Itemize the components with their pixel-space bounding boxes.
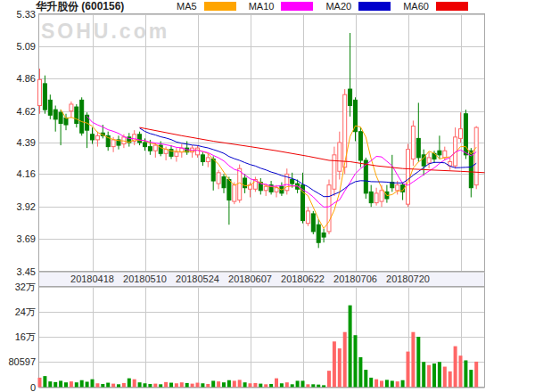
volume-bar <box>432 363 436 387</box>
volume-bar <box>185 383 189 388</box>
volume-bar <box>122 383 126 388</box>
svg-text:4.39: 4.39 <box>17 137 36 148</box>
volume-bar <box>349 306 352 388</box>
volume-bar <box>317 385 320 388</box>
svg-text:5.33: 5.33 <box>17 9 36 20</box>
volume-bar <box>159 384 162 387</box>
volume-bar <box>211 380 215 387</box>
volume-bar <box>396 381 399 387</box>
volume-bar <box>86 381 89 387</box>
volume-bar <box>191 384 194 388</box>
volume-bar <box>106 383 110 388</box>
volume-bar <box>301 380 305 387</box>
volume-bar <box>407 352 410 388</box>
volume-bar <box>374 380 378 388</box>
svg-text:20180510: 20180510 <box>123 274 167 284</box>
volume-bar <box>64 382 68 387</box>
svg-text:20180720: 20180720 <box>386 274 430 284</box>
volume-bar <box>364 370 367 387</box>
stock-chart-widget: 华升股份 (600156) MA5MA10MA20MA60 SOHU.com 5… <box>0 0 535 392</box>
svg-text:3.92: 3.92 <box>17 201 36 212</box>
svg-text:32万: 32万 <box>15 282 36 292</box>
volume-bar <box>358 357 362 388</box>
volume-bar <box>385 380 389 387</box>
svg-text:4.16: 4.16 <box>17 168 36 179</box>
volume-bar <box>95 383 99 387</box>
volume-bar <box>259 384 262 388</box>
volume-bar <box>70 381 73 387</box>
volume-bar <box>454 347 457 388</box>
svg-text:20180607: 20180607 <box>228 274 272 284</box>
volume-bar <box>275 379 278 388</box>
volume-bar <box>169 383 173 388</box>
gridlines <box>39 14 485 388</box>
svg-text:20180418: 20180418 <box>70 274 114 284</box>
volume-bar <box>153 384 157 388</box>
volume-bar <box>148 384 152 388</box>
volume-bar <box>91 380 95 388</box>
volume-bar <box>59 380 62 387</box>
volume-bar <box>38 378 42 388</box>
volume-bar <box>443 367 447 388</box>
volume-bar <box>206 384 210 388</box>
volume-bar <box>464 360 467 387</box>
volume-bar <box>175 383 178 387</box>
svg-text:0: 0 <box>30 382 36 392</box>
volume-bar <box>422 362 425 387</box>
volume-bar <box>411 332 415 388</box>
svg-text:4.62: 4.62 <box>17 106 36 117</box>
volume-bar <box>144 383 147 387</box>
volume-bar <box>54 382 57 388</box>
volume-bar <box>117 384 120 387</box>
volume-bar <box>75 382 78 387</box>
volume-bar <box>416 337 420 388</box>
volume-bar <box>48 381 52 387</box>
volume-bar <box>238 380 242 387</box>
volume-bar <box>291 384 294 387</box>
volume-bar <box>111 384 115 388</box>
volume-bar <box>164 382 168 388</box>
volume-bar <box>449 372 452 388</box>
volume-bar <box>128 379 131 388</box>
volume-bar <box>354 335 358 387</box>
volume-bar <box>227 380 231 388</box>
volume-bar <box>327 371 331 387</box>
volume-bar <box>401 380 405 388</box>
volume-bar <box>338 348 342 387</box>
svg-text:3.45: 3.45 <box>17 266 36 277</box>
svg-text:24万: 24万 <box>15 306 36 317</box>
volume-bar <box>474 362 478 388</box>
svg-text:16万: 16万 <box>15 331 36 342</box>
volume-bar <box>343 332 347 388</box>
volume-bar <box>269 384 273 388</box>
volume-bar <box>222 382 226 387</box>
volume-bar <box>322 385 325 387</box>
volume-bar <box>133 380 136 388</box>
volume-bar <box>201 383 204 387</box>
volume-bar <box>306 384 309 387</box>
volume-bar <box>280 383 284 387</box>
volume-bar <box>427 365 431 388</box>
volume-bar <box>180 382 184 387</box>
volume-bar <box>296 380 300 387</box>
volume-bar <box>138 382 142 387</box>
svg-text:20180706: 20180706 <box>333 274 377 284</box>
volume-bar <box>380 380 383 387</box>
volume-bar <box>243 382 247 387</box>
svg-text:20180524: 20180524 <box>176 274 219 284</box>
volume-bar <box>80 380 84 388</box>
volume-bar <box>253 383 257 388</box>
svg-text:20180622: 20180622 <box>281 274 325 284</box>
svg-text:4.86: 4.86 <box>17 73 36 84</box>
volume-bar <box>249 383 252 387</box>
volume-bar <box>369 378 373 388</box>
volume-bar <box>285 382 289 387</box>
volume-bar <box>217 381 220 387</box>
volume-bar <box>233 380 236 387</box>
candlestick-volume-chart: 5.335.094.864.624.394.163.923.693.4532万2… <box>0 0 535 392</box>
volume-bar <box>459 355 463 387</box>
svg-text:3.69: 3.69 <box>17 233 36 244</box>
volume-bar <box>101 384 104 388</box>
svg-text:80597: 80597 <box>8 356 36 367</box>
volume-bar <box>311 384 315 387</box>
